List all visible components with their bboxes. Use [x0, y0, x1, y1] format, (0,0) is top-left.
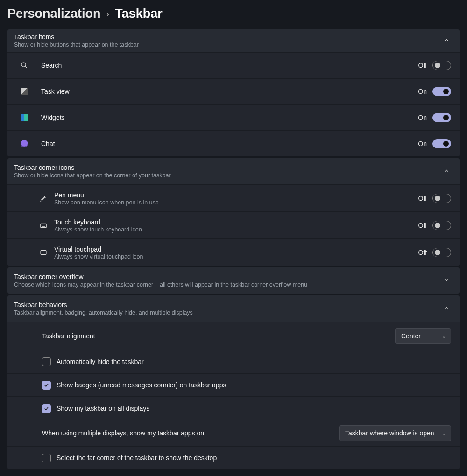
- chevron-down-icon: ⌄: [442, 430, 446, 436]
- section-header-corner-overflow[interactable]: Taskbar corner overflow Choose which ico…: [7, 267, 460, 294]
- checkbox-all-displays[interactable]: [42, 404, 51, 413]
- toggle-touch-keyboard[interactable]: [432, 221, 451, 230]
- row-virtual-touchpad: Virtual touchpad Always show virtual tou…: [7, 238, 460, 266]
- row-label: Touch keyboard: [54, 218, 418, 226]
- widgets-icon: [7, 114, 41, 121]
- breadcrumb-current: Taskbar: [115, 7, 163, 21]
- section-header-behaviors[interactable]: Taskbar behaviors Taskbar alignment, bad…: [7, 295, 460, 322]
- row-label: Virtual touchpad: [54, 245, 418, 253]
- chevron-up-icon: [442, 305, 451, 313]
- section-title: Taskbar behaviors: [14, 301, 442, 308]
- row-alignment: Taskbar alignment Center ⌄: [7, 322, 460, 350]
- toggle-chat[interactable]: [432, 139, 451, 148]
- toggle-state: Off: [418, 222, 427, 229]
- section-subtitle: Show or hide buttons that appear on the …: [14, 42, 442, 48]
- toggle-state: On: [418, 88, 427, 95]
- section-subtitle: Choose which icons may appear in the tas…: [14, 281, 442, 288]
- dropdown-value: Taskbar where window is open: [345, 429, 434, 437]
- breadcrumb: Personalization › Taskbar: [0, 0, 467, 29]
- chevron-up-icon: [442, 168, 451, 175]
- row-label: Taskbar alignment: [42, 332, 395, 340]
- row-autohide: Automatically hide the taskbar: [7, 350, 460, 373]
- row-label: Show badges (unread messages counter) on…: [57, 381, 451, 389]
- row-label: Chat: [41, 140, 418, 147]
- checkbox-badges[interactable]: [42, 381, 51, 390]
- row-pen-menu: Pen menu Show pen menu icon when pen is …: [7, 184, 460, 211]
- toggle-pen-menu[interactable]: [432, 194, 451, 203]
- checkbox-autohide[interactable]: [42, 357, 51, 366]
- chevron-right-icon: ›: [106, 8, 110, 19]
- pen-icon: [7, 194, 54, 203]
- row-taskview: Task view On: [7, 78, 460, 104]
- section-behaviors: Taskbar behaviors Taskbar alignment, bad…: [7, 295, 460, 469]
- row-label: Automatically hide the taskbar: [57, 358, 451, 365]
- svg-point-0: [21, 63, 26, 67]
- section-corner-overflow: Taskbar corner overflow Choose which ico…: [7, 267, 460, 294]
- checkbox-far-corner[interactable]: [42, 454, 51, 462]
- row-badges: Show badges (unread messages counter) on…: [7, 373, 460, 396]
- row-touch-keyboard: Touch keyboard Always show touch keyboar…: [7, 211, 460, 238]
- toggle-state: Off: [418, 62, 427, 69]
- section-corner-icons: Taskbar corner icons Show or hide icons …: [7, 158, 460, 266]
- section-header-taskbar-items[interactable]: Taskbar items Show or hide buttons that …: [7, 29, 460, 52]
- row-label: Widgets: [41, 114, 418, 121]
- dropdown-value: Center: [401, 332, 421, 340]
- chat-icon: [7, 140, 41, 147]
- svg-line-1: [25, 66, 27, 68]
- section-subtitle: Taskbar alignment, badging, automaticall…: [14, 309, 442, 316]
- toggle-taskview[interactable]: [432, 87, 451, 96]
- toggle-state: On: [418, 140, 427, 147]
- row-widgets: Widgets On: [7, 104, 460, 130]
- row-label: Select the far corner of the taskbar to …: [57, 454, 451, 462]
- section-title: Taskbar corner overflow: [14, 273, 442, 280]
- toggle-widgets[interactable]: [432, 113, 451, 122]
- section-header-corner-icons[interactable]: Taskbar corner icons Show or hide icons …: [7, 158, 460, 184]
- touchpad-icon: [7, 248, 54, 257]
- breadcrumb-parent[interactable]: Personalization: [7, 7, 101, 21]
- toggle-virtual-touchpad[interactable]: [432, 248, 451, 257]
- row-chat: Chat On: [7, 130, 460, 156]
- section-title: Taskbar items: [14, 33, 442, 41]
- row-label: Show my taskbar on all displays: [57, 405, 451, 412]
- search-icon: [7, 61, 41, 70]
- dropdown-alignment[interactable]: Center ⌄: [395, 328, 451, 344]
- section-subtitle: Show or hide icons that appear on the co…: [14, 172, 442, 179]
- row-sublabel: Always show touch keyboard icon: [54, 226, 418, 233]
- row-sublabel: Show pen menu icon when pen is in use: [54, 199, 418, 206]
- dropdown-multi-display[interactable]: Taskbar where window is open ⌄: [339, 425, 451, 441]
- keyboard-icon: [7, 221, 54, 230]
- section-taskbar-items: Taskbar items Show or hide buttons that …: [7, 29, 460, 156]
- row-label: Task view: [41, 88, 418, 95]
- chevron-up-icon: [442, 37, 451, 45]
- row-label: Pen menu: [54, 191, 418, 199]
- section-title: Taskbar corner icons: [14, 164, 442, 171]
- chevron-down-icon: ⌄: [442, 333, 446, 339]
- row-label: When using multiple displays, show my ta…: [42, 429, 339, 437]
- row-multi-display-apps: When using multiple displays, show my ta…: [7, 420, 460, 446]
- row-far-corner: Select the far corner of the taskbar to …: [7, 446, 460, 469]
- row-sublabel: Always show virtual touchpad icon: [54, 253, 418, 260]
- taskview-icon: [7, 88, 41, 95]
- row-search: Search Off: [7, 52, 460, 78]
- toggle-state: Off: [418, 195, 427, 202]
- toggle-state: On: [418, 114, 427, 121]
- svg-rect-2: [40, 224, 47, 227]
- svg-rect-7: [41, 251, 46, 255]
- row-label: Search: [41, 62, 418, 69]
- toggle-search[interactable]: [432, 61, 451, 70]
- chevron-down-icon: [442, 277, 451, 285]
- row-all-displays: Show my taskbar on all displays: [7, 396, 460, 420]
- toggle-state: Off: [418, 249, 427, 256]
